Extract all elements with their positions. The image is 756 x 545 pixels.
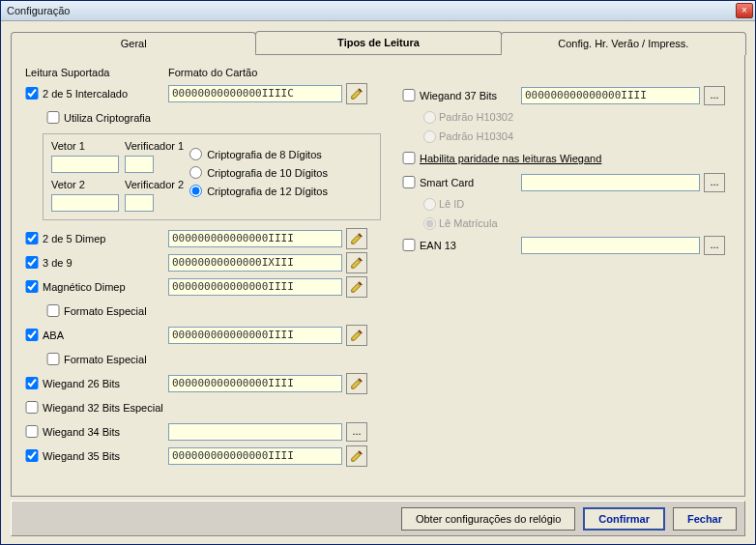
label-formato-cartao: Formato do Cartão: [168, 67, 257, 78]
chk-smartcard[interactable]: [402, 176, 416, 188]
titlebar: Configuração ×: [1, 1, 755, 21]
lbl-2de5-dimep: 2 de 5 Dimep: [43, 233, 168, 244]
txt-aba[interactable]: [168, 327, 342, 344]
content-area: Geral Tipos de Leitura Config. Hr. Verão…: [1, 21, 755, 501]
chk-paridade[interactable]: [402, 152, 416, 164]
tabstrip: Geral Tipos de Leitura Config. Hr. Verão…: [11, 31, 745, 54]
chk-wiegand32[interactable]: [25, 401, 39, 414]
lbl-wiegand34: Wiegand 34 Bits: [43, 426, 168, 438]
lbl-aba-formato: Formato Especial: [64, 354, 147, 365]
btn-obter-config[interactable]: Obter configurações do relógio: [401, 507, 575, 531]
pencil-icon: [350, 87, 363, 100]
txt-ean13[interactable]: [521, 237, 700, 254]
chk-3de9[interactable]: [25, 256, 39, 269]
lbl-wiegand26: Wiegand 26 Bits: [43, 378, 168, 389]
chk-criptografia[interactable]: [46, 111, 60, 124]
lbl-paridade: Habilita paridade nas leituras Wiegand: [420, 153, 601, 164]
config-window: Configuração × Geral Tipos de Leitura Co…: [0, 0, 756, 545]
edit-2de5-dimep[interactable]: [346, 228, 367, 249]
pencil-icon: [350, 377, 363, 390]
chk-wiegand26[interactable]: [25, 377, 39, 389]
txt-vetor1[interactable]: [51, 156, 119, 173]
grupo-criptografia: Vetor 1 Vetor 2 Verificador 1 Verificado…: [43, 133, 381, 220]
lbl-vetor2: Vetor 2: [51, 179, 119, 190]
lbl-verif2: Verificador 2: [125, 179, 184, 190]
lbl-criptografia: Utiliza Criptografia: [64, 112, 151, 124]
edit-aba[interactable]: [346, 325, 367, 346]
left-column: Leitura Suportada Formato do Cartão 2 de…: [25, 67, 383, 468]
chk-2de5-dimep[interactable]: [25, 232, 39, 244]
radio-h10302[interactable]: [423, 111, 436, 124]
txt-wiegand34[interactable]: [168, 423, 342, 441]
lbl-le-matricula: Lê Matrícula: [439, 217, 498, 229]
lbl-h10302: Padrão H10302: [439, 111, 513, 123]
lbl-2de5-intercalado: 2 de 5 Intercalado: [43, 88, 168, 100]
chk-magnetico[interactable]: [25, 280, 39, 293]
radio-le-matricula[interactable]: [423, 217, 436, 230]
btn-fechar[interactable]: Fechar: [673, 507, 737, 531]
tab-tipos-leitura[interactable]: Tipos de Leitura: [255, 31, 501, 54]
lbl-h10304: Padrão H10304: [439, 130, 513, 142]
txt-2de5-dimep[interactable]: [168, 230, 342, 247]
bottom-bar: Obter configurações do relógio Confirmar…: [11, 501, 745, 536]
radio-cripto-12[interactable]: Criptografia de 12 Dígitos: [189, 185, 328, 197]
chk-wiegand35[interactable]: [25, 449, 39, 462]
lbl-ean13: EAN 13: [420, 240, 521, 251]
chk-aba-formato[interactable]: [46, 353, 60, 365]
tab-config-verao[interactable]: Config. Hr. Verão / Impress.: [501, 32, 746, 55]
lbl-mag-formato: Formato Especial: [64, 305, 147, 317]
right-column: Wiegand 37 Bits ... Padrão H10302 Padrão…: [402, 67, 731, 468]
lbl-vetor1: Vetor 1: [51, 140, 119, 152]
txt-vetor2[interactable]: [51, 194, 119, 212]
lbl-le-id: Lê ID: [439, 198, 464, 210]
chk-aba[interactable]: [25, 329, 39, 341]
txt-3de9[interactable]: [168, 254, 342, 272]
lbl-wiegand35: Wiegand 35 Bits: [43, 450, 168, 462]
edit-magnetico[interactable]: [346, 276, 367, 298]
radio-cripto-10[interactable]: Criptografia de 10 Dígitos: [189, 166, 328, 179]
lbl-wiegand37: Wiegand 37 Bits: [420, 90, 521, 101]
label-leitura-suportada: Leitura Suportada: [25, 67, 168, 78]
radio-h10304[interactable]: [423, 130, 436, 143]
lbl-wiegand32: Wiegand 32 Bits Especial: [43, 402, 163, 414]
radio-cripto-8[interactable]: Criptografia de 8 Dígitos: [189, 148, 328, 160]
radio-le-id[interactable]: [423, 198, 436, 211]
lbl-magnetico: Magnético Dimep: [43, 281, 168, 293]
txt-magnetico[interactable]: [168, 278, 342, 296]
pencil-icon: [350, 280, 363, 294]
pencil-icon: [350, 329, 363, 342]
lbl-verif1: Verificador 1: [125, 140, 184, 152]
txt-smartcard[interactable]: [521, 174, 700, 191]
lbl-aba: ABA: [43, 330, 168, 341]
txt-verif2[interactable]: [125, 194, 154, 212]
chk-wiegand37[interactable]: [402, 89, 416, 101]
chk-ean13[interactable]: [402, 239, 416, 251]
window-title: Configuração: [7, 5, 736, 16]
edit-wiegand26[interactable]: [346, 373, 367, 394]
lbl-smartcard: Smart Card: [420, 177, 521, 188]
txt-verif1[interactable]: [125, 156, 154, 173]
txt-wiegand26[interactable]: [168, 375, 342, 392]
tab-geral[interactable]: Geral: [11, 32, 256, 55]
pencil-icon: [350, 256, 363, 270]
tab-panel: Leitura Suportada Formato do Cartão 2 de…: [11, 54, 745, 497]
chk-mag-formato[interactable]: [46, 304, 60, 317]
pencil-icon: [350, 449, 363, 463]
lbl-3de9: 3 de 9: [43, 257, 168, 269]
edit-wiegand35[interactable]: [346, 445, 367, 467]
btn-confirmar[interactable]: Confirmar: [583, 507, 665, 531]
close-icon[interactable]: ×: [736, 3, 753, 18]
chk-2de5-intercalado[interactable]: [25, 87, 39, 100]
edit-2de5-intercalado[interactable]: [346, 83, 367, 104]
btn-smartcard[interactable]: ...: [704, 173, 725, 192]
btn-ean13[interactable]: ...: [704, 236, 725, 255]
edit-3de9[interactable]: [346, 252, 367, 273]
txt-wiegand37[interactable]: [521, 87, 700, 104]
txt-wiegand35[interactable]: [168, 447, 342, 465]
btn-wiegand37[interactable]: ...: [704, 86, 725, 105]
chk-wiegand34[interactable]: [25, 425, 39, 438]
btn-wiegand34[interactable]: ...: [346, 422, 367, 442]
pencil-icon: [350, 232, 363, 245]
txt-2de5-intercalado[interactable]: [168, 85, 342, 102]
